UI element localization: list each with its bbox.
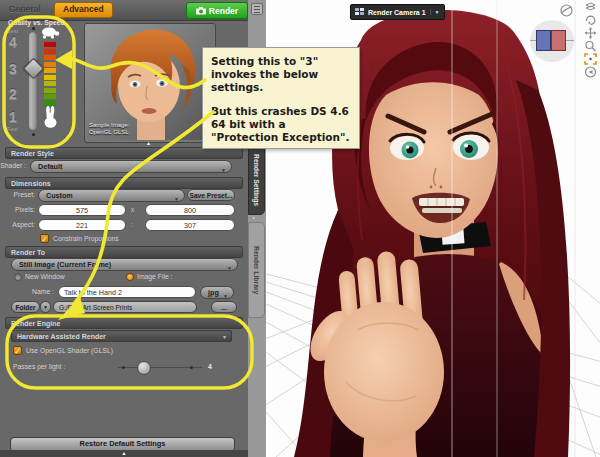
annotation-callout: Setting this to "3" invokes the below se… (202, 47, 360, 149)
view-cube-left-face (536, 30, 551, 51)
use-opengl-label: Use OpenGL Shader (GLSL) (26, 345, 113, 357)
quality-fast-label: Fast (7, 126, 18, 132)
aim-sphere-icon[interactable] (560, 4, 573, 17)
gradient-segment (44, 88, 56, 93)
camera-dropdown-arrow-icon: ▼ (430, 9, 440, 15)
gradient-segment (44, 42, 56, 47)
pixels-height-input[interactable]: 800 (145, 204, 235, 216)
tab-render-library[interactable]: Render Library (248, 222, 265, 318)
name-label: Name : (20, 286, 54, 298)
passes-per-light-label: Passes per light : (13, 361, 65, 373)
new-window-radio[interactable] (14, 273, 22, 281)
quality-slider-track[interactable] (29, 32, 37, 130)
use-opengl-checkbox[interactable]: ✓ (13, 346, 22, 355)
camera-label: Render Camera 1 (368, 9, 426, 16)
render-name-input[interactable]: Talk to the Hand 2 (58, 286, 196, 298)
camera-icon (196, 7, 206, 15)
pixels-width-input[interactable]: 575 (38, 204, 126, 216)
reset-view-icon[interactable] (584, 66, 597, 78)
panel-bottom-collapse[interactable]: ▲ (0, 450, 248, 457)
preset-label: Preset: (4, 189, 35, 201)
viewport-tool-column (584, 1, 598, 78)
sample-caption-line1: Sample Image: (89, 122, 129, 129)
quality-level-1: 1 (5, 109, 21, 125)
sample-caption-line2: OpenGL GLSL (89, 129, 129, 136)
hardware-header-label: Hardware Assisted Render (17, 333, 106, 340)
zoom-dolly-icon[interactable] (584, 40, 597, 52)
passes-value: 4 (208, 361, 212, 373)
shader-label: Shader : (0, 160, 26, 172)
quality-level-2: 2 (5, 86, 21, 102)
render-button-label: Render (209, 6, 238, 16)
header-dropdown-arrow-icon: ▼ (222, 331, 227, 343)
gradient-segment (44, 55, 56, 60)
quality-slider-handle[interactable] (23, 58, 44, 79)
quality-level-4: 4 (5, 34, 21, 50)
passes-slider-tick (122, 366, 125, 369)
rabbit-icon (42, 106, 59, 128)
turtle-icon (40, 26, 60, 39)
gradient-segment (44, 49, 56, 54)
format-dropdown[interactable]: jpg (200, 286, 234, 299)
browse-button[interactable]: ... (211, 301, 237, 313)
camera-view-icon (355, 8, 364, 16)
render-to-header[interactable]: Render To (5, 246, 243, 258)
aspect-height-input[interactable]: 307 (145, 219, 235, 231)
tab-advanced[interactable]: Advanced (54, 2, 113, 18)
callout-paragraph-2: But this crashes DS 4.6 64 bit with a "P… (211, 105, 351, 143)
frame-item-icon[interactable] (584, 53, 597, 65)
aspect-separator: : (131, 221, 133, 228)
shader-dropdown[interactable]: Default (30, 160, 232, 173)
pixels-separator: x (131, 206, 134, 213)
quality-level-3: 3 (5, 61, 21, 77)
dimensions-header[interactable]: Dimensions (5, 177, 243, 189)
constrain-proportions-label: Constrain Proportions (53, 233, 119, 245)
gradient-segment (44, 94, 56, 99)
save-preset-button[interactable]: Save Preset... (187, 189, 235, 201)
panel-menu-icon[interactable] (251, 3, 263, 15)
dock-collapse-arrow[interactable]: ‣ (252, 214, 256, 221)
preset-dropdown[interactable]: Custom (38, 189, 185, 202)
tab-general[interactable]: General (9, 4, 41, 14)
gradient-segment (44, 62, 56, 67)
render-library-tab-label: Render Library (253, 246, 260, 294)
rotate-view-icon[interactable] (584, 14, 597, 26)
gradient-segment (44, 81, 56, 86)
slider-bottom-dot (32, 133, 35, 136)
view-cube[interactable] (530, 20, 574, 62)
hardware-assisted-render-header[interactable]: Hardware Assisted Render ▼ (11, 330, 232, 342)
passes-slider-tick (190, 366, 193, 369)
section-collapse-arrow[interactable]: ▲ (146, 140, 151, 146)
daz-studio-window: General Advanced Render Quality vs. Spee… (0, 0, 600, 457)
image-file-radio[interactable] (126, 273, 134, 281)
layers-icon[interactable] (584, 1, 597, 13)
gradient-segment (44, 68, 56, 73)
camera-selector[interactable]: Render Camera 1 ▼ (350, 4, 445, 20)
aspect-label: Aspect: (4, 219, 35, 231)
render-settings-tab-label: Render Settings (253, 154, 260, 206)
pan-view-icon[interactable] (584, 27, 597, 39)
gradient-segment (44, 75, 56, 80)
slider-top-dot (32, 27, 35, 30)
render-target-dropdown[interactable]: Still Image (Current Frame) (11, 258, 238, 271)
image-file-label: Image File : (137, 271, 173, 283)
aspect-width-input[interactable]: 221 (38, 219, 126, 231)
new-window-label: New Window (25, 271, 65, 283)
constrain-proportions-checkbox[interactable]: ✓ (40, 234, 49, 243)
folder-dropdown-arrow[interactable]: ▼ (40, 301, 51, 313)
callout-paragraph-1: Setting this to "3" invokes the below se… (211, 55, 351, 93)
folder-button[interactable]: Folder (11, 301, 40, 313)
render-button[interactable]: Render (186, 2, 248, 19)
pixels-label: Pixels: (4, 204, 35, 216)
gradient-segment (44, 101, 56, 106)
view-cube-right-face (551, 30, 566, 51)
render-engine-header[interactable]: Render Engine (5, 317, 243, 329)
passes-slider-handle[interactable] (137, 361, 151, 375)
sample-image: Sample Image: OpenGL GLSL (84, 23, 216, 143)
folder-path-field[interactable]: G:/DAZ Art Screen Prints (53, 301, 197, 313)
